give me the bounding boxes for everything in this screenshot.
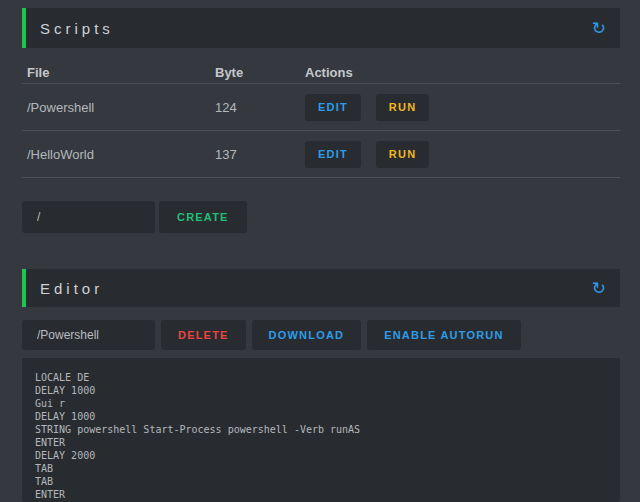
table-row: /HelloWorld 137 EDIT RUN xyxy=(22,131,620,178)
table-row: /Powershell 124 EDIT RUN xyxy=(22,84,620,131)
new-script-name-input[interactable] xyxy=(22,201,155,233)
download-button[interactable]: DOWNLOAD xyxy=(252,320,362,350)
editor-filename-input[interactable] xyxy=(22,320,155,350)
scripts-section-title: Scripts xyxy=(40,20,114,37)
file-name: /HelloWorld xyxy=(22,147,215,162)
column-header-actions: Actions xyxy=(305,65,620,80)
column-header-file: File xyxy=(22,65,215,80)
run-button[interactable]: RUN xyxy=(376,141,429,168)
page: Scripts ↻ File Byte Actions /Powershell … xyxy=(0,8,640,502)
refresh-icon[interactable]: ↻ xyxy=(592,20,606,37)
editor-controls: DELETE DOWNLOAD ENABLE AUTORUN xyxy=(22,320,620,350)
scripts-section-header: Scripts ↻ xyxy=(22,8,620,48)
run-button[interactable]: RUN xyxy=(376,94,429,121)
enable-autorun-button[interactable]: ENABLE AUTORUN xyxy=(367,320,520,350)
edit-button[interactable]: EDIT xyxy=(305,141,361,168)
refresh-icon[interactable]: ↻ xyxy=(592,280,606,297)
file-name: /Powershell xyxy=(22,100,215,115)
scripts-table-header: File Byte Actions xyxy=(22,61,620,84)
editor-section-title: Editor xyxy=(40,280,103,297)
script-code-editor[interactable]: LOCALE DE DELAY 1000 Gui r DELAY 1000 ST… xyxy=(22,358,620,502)
file-size: 137 xyxy=(215,147,305,162)
create-button[interactable]: CREATE xyxy=(159,201,247,233)
delete-button[interactable]: DELETE xyxy=(161,320,246,350)
editor-section-header: Editor ↻ xyxy=(22,269,620,307)
file-size: 124 xyxy=(215,100,305,115)
column-header-byte: Byte xyxy=(215,65,305,80)
create-row: CREATE xyxy=(22,201,620,233)
edit-button[interactable]: EDIT xyxy=(305,94,361,121)
